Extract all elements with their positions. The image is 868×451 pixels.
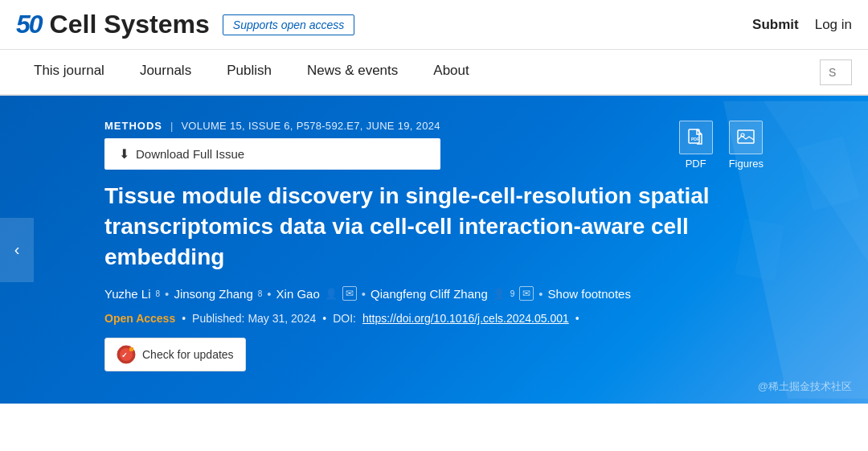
methods-line: METHODS | VOLUME 15, ISSUE 6, P578-592.E… bbox=[104, 120, 440, 132]
check-for-updates-button[interactable]: ✓ Check for updates bbox=[104, 338, 246, 371]
author-4-person-icon: 👤 bbox=[493, 288, 506, 300]
page-header: 50 Cell Systems Supports open access Sub… bbox=[0, 0, 868, 50]
volume-info: VOLUME 15, ISSUE 6, P578-592.E7, JUNE 19… bbox=[181, 120, 440, 132]
doi-label: DOI: bbox=[333, 312, 356, 325]
author-3-name: Xin Gao bbox=[276, 287, 320, 301]
meta-divider: | bbox=[170, 120, 173, 132]
download-label: Download Full Issue bbox=[136, 147, 244, 161]
svg-rect-11 bbox=[129, 347, 133, 351]
published-date: Published: May 31, 2024 bbox=[192, 312, 316, 325]
main-nav: This journal Journals Publish News & eve… bbox=[0, 50, 868, 96]
login-link[interactable]: Log in bbox=[815, 17, 852, 33]
nav-item-news-events[interactable]: News & events bbox=[289, 50, 416, 94]
author-1-sup: 8 bbox=[156, 289, 161, 298]
author-4-sup: 9 bbox=[510, 289, 515, 298]
bullet-3: • bbox=[575, 312, 579, 325]
nav-item-publish[interactable]: Publish bbox=[209, 50, 289, 94]
author-4-name: Qiangfeng Cliff Zhang bbox=[371, 287, 488, 301]
open-access-badge: Supports open access bbox=[223, 14, 355, 35]
section-badge: METHODS bbox=[104, 120, 162, 132]
submit-link[interactable]: Submit bbox=[752, 17, 799, 33]
check-updates-label: Check for updates bbox=[142, 348, 234, 361]
nav-item-this-journal[interactable]: This journal bbox=[16, 50, 122, 94]
logo-area: 50 Cell Systems bbox=[16, 10, 210, 39]
header-left: 50 Cell Systems Supports open access bbox=[16, 10, 354, 39]
nav-item-about[interactable]: About bbox=[416, 50, 486, 94]
author-3-email-icon[interactable]: ✉ bbox=[342, 286, 357, 301]
bullet-2: • bbox=[322, 312, 326, 325]
watermark-text: @稀土掘金技术社区 bbox=[758, 379, 852, 394]
download-icon: ⬇ bbox=[119, 146, 129, 162]
bullet-1: • bbox=[182, 312, 186, 325]
left-arrow-button[interactable]: ‹ bbox=[0, 218, 34, 282]
logo-number: 50 bbox=[16, 10, 42, 39]
article-header-section: ‹ METHODS | VOLUME 15, ISSUE 6, P578-592… bbox=[0, 96, 868, 404]
open-access-label: Open Access bbox=[104, 312, 175, 325]
search-input[interactable] bbox=[820, 59, 852, 85]
show-footnotes-button[interactable]: Show footnotes bbox=[548, 287, 631, 301]
author-2-sup: 8 bbox=[258, 289, 263, 298]
author-4-email-icon[interactable]: ✉ bbox=[519, 286, 534, 301]
doi-link[interactable]: https://doi.org/10.1016/j.cels.2024.05.0… bbox=[362, 312, 569, 325]
chevron-left-icon: ‹ bbox=[14, 240, 20, 259]
crossmark-icon: ✓ bbox=[117, 345, 136, 364]
author-1-name: Yuzhe Li bbox=[104, 287, 151, 301]
logo-name: Cell Systems bbox=[50, 10, 210, 39]
decorative-background bbox=[659, 96, 868, 404]
svg-text:✓: ✓ bbox=[121, 351, 128, 359]
author-3-person-icon: 👤 bbox=[325, 288, 338, 300]
author-2-name: Jinsong Zhang bbox=[174, 287, 252, 301]
header-right: Submit Log in bbox=[752, 17, 852, 33]
nav-item-journals[interactable]: Journals bbox=[122, 50, 209, 94]
article-meta-left: METHODS | VOLUME 15, ISSUE 6, P578-592.E… bbox=[104, 120, 440, 170]
download-full-issue-button[interactable]: ⬇ Download Full Issue bbox=[104, 138, 440, 170]
